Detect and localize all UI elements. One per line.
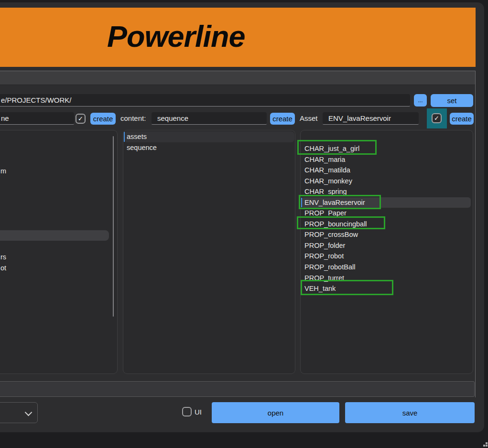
asset-list-item[interactable]: PROP_Paper bbox=[301, 208, 472, 219]
asset-list-item[interactable]: PROP_robot bbox=[301, 251, 472, 262]
asset-list-item[interactable]: PROP_turret bbox=[301, 273, 472, 284]
screen: Powerline ... set ✓ create content: crea… bbox=[0, 0, 488, 448]
check-icon: ✓ bbox=[78, 116, 83, 122]
app-title: Powerline bbox=[107, 19, 245, 53]
check-icon: ✓ bbox=[434, 115, 439, 121]
list-item[interactable] bbox=[0, 176, 117, 187]
list-item[interactable]: rs bbox=[0, 252, 117, 263]
asset-list-item-label: ENV_lavaReservoir bbox=[304, 199, 365, 206]
list-item[interactable] bbox=[0, 198, 117, 209]
contents-list-panel: assets sequence bbox=[123, 130, 295, 374]
open-button[interactable]: open bbox=[212, 402, 339, 423]
ui-checkbox-label: UI bbox=[195, 406, 202, 418]
asset-list-item[interactable]: PROP_bouncingball bbox=[301, 219, 472, 230]
list-item[interactable] bbox=[0, 144, 117, 155]
projects-list-panel: m rs ot bbox=[0, 130, 118, 374]
asset-list-item[interactable]: VEH_tank bbox=[301, 283, 472, 294]
project-create-checkbox[interactable]: ✓ bbox=[76, 114, 86, 124]
list-item[interactable] bbox=[0, 219, 117, 230]
list-item[interactable] bbox=[0, 155, 117, 166]
set-button[interactable]: set bbox=[431, 94, 473, 107]
asset-list-item[interactable]: CHAR_matilda bbox=[301, 165, 472, 176]
project-create-button[interactable]: create bbox=[90, 113, 116, 125]
frame-header-band bbox=[0, 71, 476, 85]
asset-list-item[interactable]: CHAR_spring bbox=[301, 186, 472, 197]
list-item[interactable] bbox=[0, 241, 117, 252]
browse-button[interactable]: ... bbox=[414, 94, 427, 107]
asset-list-item[interactable]: PROP_robotBall bbox=[301, 262, 472, 273]
asset-list-item[interactable]: PROP_folder bbox=[301, 240, 472, 251]
content-list-item-label: assets bbox=[127, 133, 147, 140]
list-item[interactable]: ot bbox=[0, 263, 117, 274]
asset-list-item-selected[interactable]: ENV_lavaReservoir bbox=[301, 197, 471, 208]
current-item-indicator bbox=[124, 132, 125, 142]
content-list-item[interactable]: sequence bbox=[124, 142, 294, 153]
content-create-button[interactable]: create bbox=[270, 113, 295, 125]
grip-dot bbox=[486, 442, 488, 444]
project-name-input[interactable] bbox=[0, 112, 74, 125]
ui-checkbox[interactable] bbox=[182, 407, 192, 416]
content-input[interactable] bbox=[152, 112, 267, 125]
grip-dot bbox=[483, 445, 485, 447]
frame-right-border bbox=[475, 71, 476, 397]
content-list-item-selected[interactable]: assets bbox=[124, 131, 294, 142]
assets-list-panel: CHAR_just_a_girl CHAR_maria CHAR_matilda… bbox=[300, 130, 473, 374]
save-button[interactable]: save bbox=[345, 402, 475, 423]
asset-list-item[interactable]: PROP_crossBow bbox=[301, 229, 472, 240]
list-item[interactable] bbox=[0, 133, 117, 144]
asset-label: Asset bbox=[300, 113, 318, 124]
status-strip bbox=[0, 381, 475, 397]
asset-list-item[interactable]: CHAR_just_a_girl bbox=[301, 143, 472, 154]
asset-name-input[interactable] bbox=[323, 112, 419, 125]
content-label: content: bbox=[120, 113, 146, 124]
grip-dot bbox=[486, 445, 488, 447]
list-item[interactable] bbox=[0, 209, 117, 220]
asset-list-item[interactable]: CHAR_monkey bbox=[301, 176, 472, 187]
resize-grip[interactable] bbox=[482, 441, 488, 448]
content-list-item-label: sequence bbox=[127, 144, 157, 151]
asset-create-checkbox[interactable]: ✓ bbox=[432, 113, 442, 123]
asset-create-button[interactable]: create bbox=[450, 113, 474, 125]
mode-dropdown[interactable] bbox=[0, 402, 38, 423]
asset-list-item[interactable]: CHAR_maria bbox=[301, 154, 472, 165]
list-item[interactable]: m bbox=[0, 166, 117, 177]
projects-list-scrollbar[interactable] bbox=[113, 136, 114, 317]
chevron-down-icon bbox=[25, 409, 33, 416]
path-input[interactable] bbox=[0, 94, 410, 107]
current-item-indicator bbox=[301, 198, 302, 208]
list-item-selected[interactable] bbox=[0, 230, 109, 241]
list-item[interactable] bbox=[0, 187, 117, 198]
